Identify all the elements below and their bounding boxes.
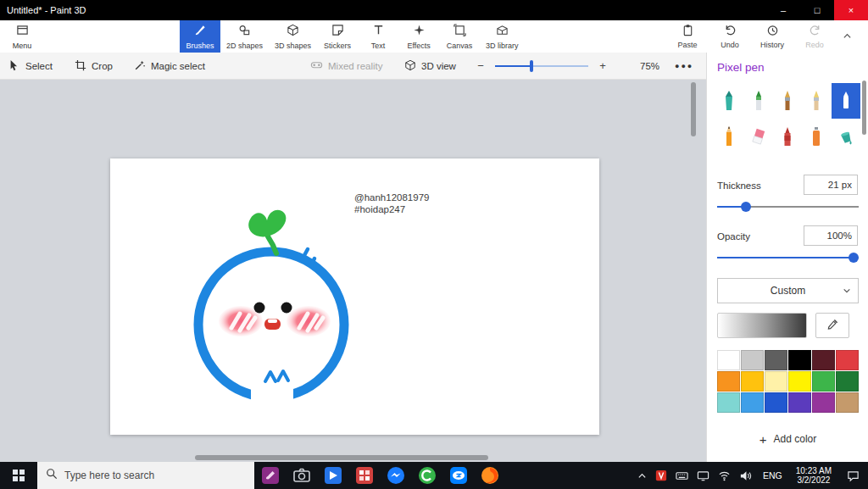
- action-center-icon: [847, 470, 860, 482]
- paste-button[interactable]: Paste: [666, 20, 709, 53]
- start-button[interactable]: [0, 462, 37, 489]
- close-button[interactable]: ×: [834, 0, 868, 20]
- brush-watercolor[interactable]: [802, 83, 831, 119]
- swatch-white[interactable]: [717, 350, 740, 370]
- tab-text[interactable]: Text: [358, 20, 398, 53]
- tab-2d-shapes[interactable]: 2D shapes: [220, 20, 269, 53]
- brush-spray-can[interactable]: [802, 119, 831, 154]
- brush-oil-brush[interactable]: [773, 83, 802, 119]
- opacity-label: Opacity: [717, 231, 750, 242]
- undo-button[interactable]: Undo: [709, 20, 751, 53]
- opacity-value-field[interactable]: 100%: [804, 225, 858, 246]
- add-color-button[interactable]: + Add color: [707, 426, 868, 452]
- brush-pixel-pen[interactable]: [832, 83, 860, 119]
- zoom-in-button[interactable]: +: [597, 59, 609, 72]
- mixed-reality-goggles-icon: [310, 58, 323, 73]
- tab-3d-library[interactable]: 3D library: [480, 20, 525, 53]
- redo-button[interactable]: Redo: [793, 20, 836, 53]
- more-options-button[interactable]: ●●●: [675, 53, 693, 79]
- thickness-value-field[interactable]: 21 px: [804, 175, 858, 195]
- thickness-slider[interactable]: [717, 202, 859, 212]
- taskbar-app-zalo[interactable]: [442, 462, 474, 489]
- horizontal-scrollbar-thumb[interactable]: [195, 455, 488, 460]
- taskbar-app-red[interactable]: [348, 462, 380, 489]
- tab-effects[interactable]: Effects: [398, 20, 439, 53]
- swatch-green[interactable]: [812, 371, 835, 392]
- panel-scrollbar-thumb[interactable]: [862, 81, 866, 135]
- magic-select-tool[interactable]: Magic select: [134, 53, 205, 79]
- brush-eraser[interactable]: [743, 119, 772, 154]
- tray-network[interactable]: [714, 462, 735, 489]
- taskbar-app-blue[interactable]: [317, 462, 348, 489]
- mixed-reality-tool[interactable]: Mixed reality: [310, 53, 383, 79]
- zoom-out-button[interactable]: −: [475, 59, 487, 72]
- language-indicator[interactable]: ENG: [756, 462, 789, 489]
- swatch-tan[interactable]: [836, 392, 859, 413]
- opacity-slider[interactable]: [717, 253, 859, 263]
- brush-calligraphy-pen[interactable]: [743, 83, 772, 119]
- swatch-gray[interactable]: [765, 350, 787, 370]
- select-tool[interactable]: Select: [8, 53, 53, 79]
- maximize-button[interactable]: □: [800, 0, 834, 20]
- canvas-drawing: @hanh12081979 #hoidap247: [110, 158, 599, 435]
- swatch-purple[interactable]: [812, 392, 835, 413]
- ribbon-tabs: Brushes 2D shapes 3D shapes Stickers: [180, 20, 525, 53]
- brush-marker[interactable]: [715, 83, 743, 119]
- collapse-ribbon-button[interactable]: [836, 20, 858, 53]
- swatch-black[interactable]: [788, 350, 811, 370]
- taskbar-app-camera[interactable]: [286, 462, 317, 489]
- brush-pencil[interactable]: [715, 119, 743, 154]
- swatch-dark-red[interactable]: [812, 350, 835, 370]
- swatch-blue[interactable]: [765, 392, 787, 413]
- tray-display[interactable]: [693, 462, 714, 489]
- color-mode-dropdown[interactable]: Custom: [717, 278, 859, 303]
- taskbar-app-coccoc[interactable]: [411, 462, 442, 489]
- taskbar-clock[interactable]: 10:23 AM 3/2/2022: [789, 466, 838, 486]
- zoom-level-value[interactable]: 75%: [640, 53, 659, 79]
- tab-canvas[interactable]: Canvas: [439, 20, 480, 53]
- brush-crayon[interactable]: [773, 119, 802, 154]
- eraser-icon: [751, 125, 766, 147]
- minimize-button[interactable]: –: [766, 0, 800, 20]
- tray-expand-button[interactable]: [633, 462, 651, 489]
- menu-button[interactable]: Menu: [0, 20, 44, 53]
- swatch-yellow[interactable]: [788, 371, 811, 392]
- tray-volume[interactable]: [735, 462, 756, 489]
- swatch-light-gray[interactable]: [741, 350, 764, 370]
- taskbar-app-paint3d[interactable]: [254, 462, 286, 489]
- history-button[interactable]: History: [751, 20, 793, 53]
- action-center-button[interactable]: [838, 462, 868, 489]
- tray-language-input-icon[interactable]: [651, 462, 671, 489]
- tray-touch-keyboard[interactable]: [671, 462, 693, 489]
- swatch-dark-green[interactable]: [836, 371, 859, 392]
- zoom-slider[interactable]: [495, 61, 588, 71]
- swatch-gold[interactable]: [741, 371, 764, 392]
- taskbar-app-messenger[interactable]: [380, 462, 411, 489]
- eyedropper-button[interactable]: [815, 313, 849, 338]
- swatch-orange[interactable]: [717, 371, 740, 392]
- drawing-canvas[interactable]: @hanh12081979 #hoidap247: [110, 158, 599, 435]
- horizontal-scrollbar[interactable]: [0, 454, 706, 462]
- opacity-slider-thumb[interactable]: [849, 253, 859, 263]
- tab-brushes[interactable]: Brushes: [180, 20, 220, 53]
- vertical-scrollbar-thumb[interactable]: [691, 82, 696, 136]
- speaker-icon: [739, 470, 752, 482]
- swatch-red[interactable]: [836, 350, 859, 370]
- brush-fill[interactable]: [832, 119, 860, 154]
- vertical-scrollbar[interactable]: [690, 80, 698, 455]
- 3d-view-tool[interactable]: 3D view: [404, 53, 456, 79]
- tab-stickers[interactable]: Stickers: [317, 20, 358, 53]
- taskbar-app-firefox[interactable]: [474, 462, 505, 489]
- swatch-light-yellow[interactable]: [765, 371, 787, 392]
- clock-date: 3/2/2022: [796, 475, 832, 486]
- tab-3d-shapes[interactable]: 3D shapes: [269, 20, 317, 53]
- magic-select-label: Magic select: [151, 61, 205, 71]
- crop-tool[interactable]: Crop: [75, 53, 113, 79]
- thickness-slider-thumb[interactable]: [741, 202, 751, 212]
- taskbar-search-input[interactable]: Type here to search: [37, 462, 254, 489]
- zoom-slider-thumb[interactable]: [530, 60, 533, 72]
- swatch-turquoise[interactable]: [717, 392, 740, 413]
- swatch-light-blue[interactable]: [741, 392, 764, 413]
- shade-gradient-picker[interactable]: [717, 313, 807, 338]
- swatch-indigo[interactable]: [788, 392, 811, 413]
